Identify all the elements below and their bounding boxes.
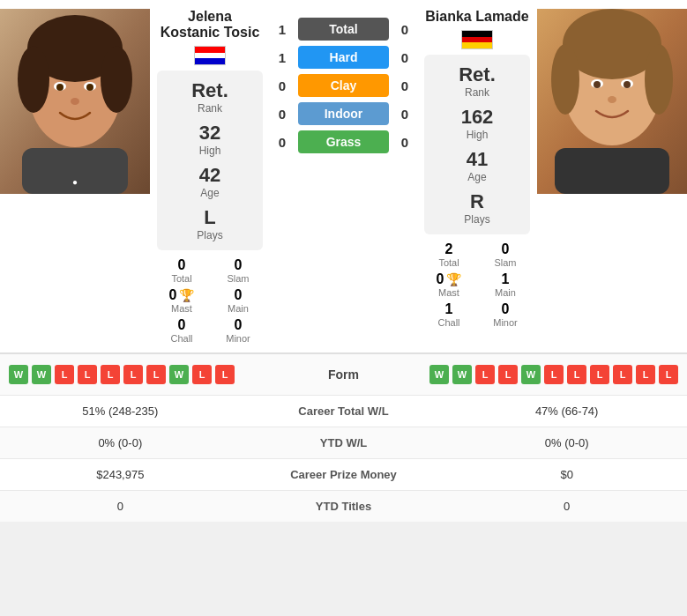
right-plays-value: R bbox=[470, 190, 484, 213]
form-badge-right: L bbox=[498, 365, 518, 384]
indoor-left-score: 0 bbox=[270, 107, 295, 122]
right-player-photo bbox=[537, 9, 687, 194]
bottom-section: WWLLLLLWLL Form WWLLWLLLLLL 51% (248-235… bbox=[0, 353, 687, 522]
form-badge-right: L bbox=[613, 365, 632, 384]
stat-right-val: 0% (0-0) bbox=[446, 427, 687, 459]
svg-point-20 bbox=[624, 81, 631, 88]
form-badge-right: L bbox=[567, 365, 586, 384]
indoor-right-score: 0 bbox=[392, 107, 417, 122]
left-age-value: 42 bbox=[199, 164, 220, 187]
grass-badge: Grass bbox=[298, 130, 389, 153]
right-main-cell: 1 Main bbox=[481, 271, 530, 298]
stat-left-val: 0% (0-0) bbox=[0, 427, 241, 459]
right-mast-lbl: Mast bbox=[438, 287, 459, 298]
left-age-block: 42 Age bbox=[199, 164, 220, 199]
right-slam-val: 0 bbox=[481, 241, 530, 257]
svg-point-9 bbox=[71, 98, 79, 105]
right-main-val: 1 bbox=[481, 271, 530, 287]
left-main-val: 0 bbox=[213, 287, 263, 303]
right-total-cell: 2 Total bbox=[424, 241, 474, 268]
stat-left-val: $243,975 bbox=[0, 459, 241, 491]
right-plays-label: Plays bbox=[464, 213, 489, 226]
form-badge-left: W bbox=[32, 365, 51, 384]
left-chall-lbl: Chall bbox=[157, 333, 206, 344]
svg-point-7 bbox=[56, 84, 63, 91]
form-badge-right: L bbox=[590, 365, 609, 384]
left-stats-grid: 0 Total 0 Slam 0 🏆 Mast 0 Main bbox=[157, 257, 263, 344]
svg-point-8 bbox=[86, 84, 93, 91]
left-minor-val: 0 bbox=[213, 317, 263, 333]
left-player-name: Jelena Kostanic Tosic bbox=[157, 9, 263, 41]
right-minor-lbl: Minor bbox=[481, 317, 530, 328]
svg-rect-22 bbox=[555, 148, 669, 194]
hard-score-row: 1 Hard 0 bbox=[270, 46, 417, 69]
total-score-row: 1 Total 0 bbox=[270, 18, 417, 41]
right-flag-row bbox=[461, 30, 493, 49]
svg-text:●: ● bbox=[72, 177, 78, 187]
left-flag bbox=[194, 46, 226, 65]
form-badge-right: W bbox=[429, 365, 449, 384]
left-total-val: 0 bbox=[157, 257, 206, 273]
form-left: WWLLLLLWLL bbox=[9, 365, 291, 384]
clay-left-score: 0 bbox=[270, 78, 295, 93]
left-main-lbl: Main bbox=[213, 303, 263, 314]
left-rank-label: Rank bbox=[198, 102, 222, 115]
svg-point-4 bbox=[101, 46, 132, 113]
grass-score-row: 0 Grass 0 bbox=[270, 130, 417, 153]
main-container: ● Jelena Kostanic Tosic Ret. Rank bbox=[0, 0, 687, 522]
right-slam-lbl: Slam bbox=[481, 257, 530, 268]
right-high-block: 162 High bbox=[461, 106, 494, 141]
right-mast-val: 0 bbox=[437, 271, 444, 287]
form-right: WWLLWLLLLLL bbox=[397, 365, 679, 384]
left-slam-lbl: Slam bbox=[213, 273, 263, 284]
right-total-lbl: Total bbox=[424, 257, 474, 268]
left-rank-block: Ret. Rank bbox=[191, 79, 228, 115]
svg-point-16 bbox=[645, 44, 673, 115]
left-plays-label: Plays bbox=[197, 229, 222, 241]
form-badge-right: L bbox=[636, 365, 655, 384]
stat-center-label: Career Total W/L bbox=[241, 396, 447, 427]
svg-rect-10 bbox=[22, 148, 128, 194]
left-total-cell: 0 Total bbox=[157, 257, 206, 284]
left-minor-lbl: Minor bbox=[213, 333, 263, 344]
left-mast-val: 0 bbox=[169, 287, 177, 303]
indoor-score-row: 0 Indoor 0 bbox=[270, 102, 417, 125]
right-high-label: High bbox=[467, 129, 489, 141]
flag-blue-stripe bbox=[195, 58, 225, 64]
left-minor-cell: 0 Minor bbox=[213, 317, 263, 344]
right-slam-cell: 0 Slam bbox=[481, 241, 530, 268]
form-badge-right: W bbox=[521, 365, 541, 384]
form-section: WWLLLLLWLL Form WWLLWLLLLLL bbox=[0, 353, 687, 395]
clay-right-score: 0 bbox=[392, 78, 417, 93]
right-stats-card: Ret. Rank 162 High 41 Age R Plays bbox=[424, 55, 530, 234]
grass-left-score: 0 bbox=[270, 135, 295, 150]
left-main-cell: 0 Main bbox=[213, 287, 263, 314]
svg-point-3 bbox=[18, 46, 49, 113]
right-rank-block: Ret. Rank bbox=[459, 63, 496, 99]
left-trophy-icon: 🏆 bbox=[179, 288, 194, 302]
left-slam-val: 0 bbox=[213, 257, 263, 273]
form-badge-right: L bbox=[544, 365, 564, 384]
right-main-lbl: Main bbox=[481, 287, 530, 298]
top-wrapper: ● Jelena Kostanic Tosic Ret. Rank bbox=[0, 0, 687, 353]
stats-table: 51% (248-235) Career Total W/L 47% (66-7… bbox=[0, 395, 687, 522]
stat-right-val: 47% (66-74) bbox=[446, 396, 687, 427]
stat-center-label: YTD Titles bbox=[241, 491, 447, 523]
total-right-score: 0 bbox=[392, 22, 417, 37]
form-label: Form bbox=[291, 367, 397, 382]
hard-badge: Hard bbox=[298, 46, 389, 69]
right-age-block: 41 Age bbox=[467, 148, 488, 183]
left-rank-value: Ret. bbox=[191, 79, 228, 102]
clay-score-row: 0 Clay 0 bbox=[270, 74, 417, 97]
form-badge-left: L bbox=[146, 365, 166, 384]
form-badge-left: L bbox=[101, 365, 120, 384]
form-badge-right: W bbox=[452, 365, 472, 384]
svg-point-15 bbox=[551, 44, 579, 115]
right-age-value: 41 bbox=[467, 148, 488, 171]
left-flag-row bbox=[194, 46, 226, 65]
stat-right-val: 0 bbox=[446, 491, 687, 523]
right-age-label: Age bbox=[467, 171, 486, 183]
form-badge-left: L bbox=[123, 365, 143, 384]
hard-right-score: 0 bbox=[392, 50, 417, 65]
right-chall-val: 1 bbox=[424, 301, 474, 317]
